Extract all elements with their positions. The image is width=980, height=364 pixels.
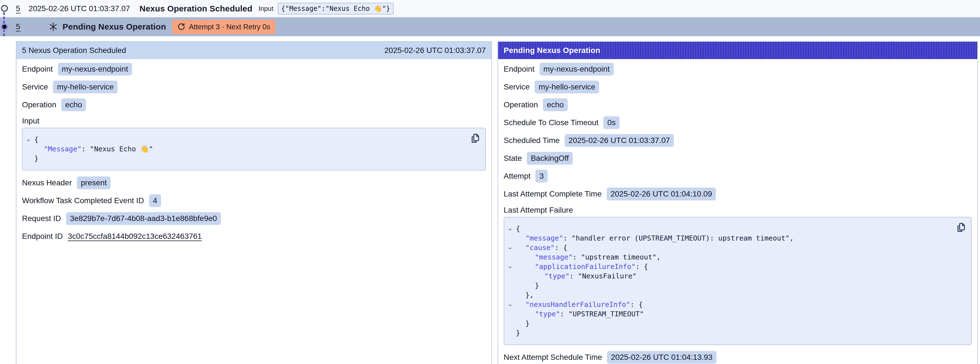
field-label: Service	[504, 83, 530, 91]
event-input-label: Input	[259, 5, 273, 13]
field-value-badge: BackingOff	[527, 152, 573, 165]
field-label: Schedule To Close Timeout	[504, 118, 598, 127]
json-line-text: "type": "UPSTREAM_TIMEOUT"	[516, 310, 644, 318]
field-label: Operation	[504, 101, 538, 109]
last-attempt-failure-label: Last Attempt Failure	[504, 203, 972, 217]
collapse-chevron-icon[interactable]: ⌄	[508, 299, 512, 309]
field-label: Attempt	[504, 172, 530, 180]
field-value-badge: 3	[535, 170, 548, 182]
field-group: Endpointmy-nexus-endpointServicemy-hello…	[22, 60, 486, 114]
history-row-nexus-operation-scheduled[interactable]: 5 2025-02-26 UTC 01:03:37.07 Nexus Opera…	[0, 0, 980, 17]
json-line: }	[516, 319, 951, 328]
field-value-badge: 2025-02-26 UTC 01:03:37.07	[565, 134, 674, 147]
json-line-text: "message": "handler error (UPSTREAM_TIME…	[516, 234, 794, 242]
json-line-text: {	[34, 136, 38, 144]
detail-field-row: Request ID3e829b7e-7d67-4b08-aad3-b1e868…	[22, 209, 486, 227]
detail-field-row: Operationecho	[22, 96, 486, 114]
collapse-chevron-icon[interactable]: ⌄	[508, 224, 512, 233]
copy-icon[interactable]	[470, 132, 481, 144]
json-line: "message": "handler error (UPSTREAM_TIME…	[516, 233, 951, 243]
field-value-badge: my-nexus-endpoint	[539, 63, 614, 75]
event-timestamp: 2025-02-26 UTC 01:03:37.07	[29, 4, 130, 13]
json-content: ⌄{"Message": "Nexus Echo 👋"}	[34, 135, 466, 163]
event-input-chip[interactable]: {"Message":"Nexus Echo 👋"}	[278, 3, 393, 14]
retry-icon	[177, 22, 186, 31]
collapse-chevron-icon[interactable]: ⌄	[26, 134, 31, 144]
field-value-badge: 3e829b7e-7d67-4b08-aad3-b1e868bfe9e0	[66, 212, 221, 225]
json-line: "type": "UPSTREAM_TIMEOUT"	[516, 310, 951, 319]
json-line-text: {	[516, 225, 520, 233]
field-value-badge: 0s	[603, 116, 619, 129]
copy-icon[interactable]	[956, 221, 967, 233]
field-group: Endpointmy-nexus-endpointServicemy-hello…	[504, 60, 972, 203]
field-label: State	[504, 154, 522, 163]
detail-field-row: Endpoint ID3c0c75ccfa8144b092c13ce632463…	[22, 227, 486, 245]
json-line-text: "message": "upstream timeout",	[516, 253, 661, 261]
field-label: Endpoint ID	[22, 232, 63, 241]
field-value-badge: my-hello-service	[535, 81, 599, 93]
detail-field-row: StateBackingOff	[504, 149, 972, 167]
detail-field-row: Nexus Headerpresent	[22, 174, 486, 192]
input-section-label: Input	[22, 114, 486, 128]
event-detail-panel-scheduled: 5 Nexus Operation Scheduled 2025-02-26 U…	[16, 41, 492, 364]
field-label: Service	[22, 83, 48, 91]
field-label: Nexus Header	[22, 178, 72, 187]
detail-field-row: Scheduled Time2025-02-26 UTC 01:03:37.07	[504, 132, 972, 149]
detail-field-row: Workflow Task Completed Event ID4	[22, 192, 486, 209]
detail-field-row: Schedule To Close Timeout0s	[504, 114, 972, 132]
field-value-badge: echo	[61, 98, 86, 111]
json-line-text: "nexusHandlerFailureInfo": {	[516, 300, 643, 308]
json-line-text: "applicationFailureInfo": {	[516, 263, 648, 271]
scheduled-panel-header: 5 Nexus Operation Scheduled 2025-02-26 U…	[16, 42, 492, 59]
failure-json-viewer: ⌄{"message": "handler error (UPSTREAM_TI…	[504, 217, 972, 345]
field-value-link[interactable]: 3c0c75ccfa8144b092c13ce632463761	[68, 232, 202, 241]
collapse-chevron-icon[interactable]: ⌄	[508, 262, 512, 271]
timeline-start-circle-icon	[1, 5, 8, 12]
field-group: Nexus HeaderpresentWorkflow Task Complet…	[22, 174, 486, 245]
json-line-text: }	[516, 281, 539, 290]
pending-operation-panel: Pending Nexus Operation Endpointmy-nexus…	[498, 41, 978, 364]
json-line: "message": "upstream timeout",	[516, 252, 951, 262]
event-id-link[interactable]: 5	[16, 22, 20, 31]
event-title: Nexus Operation Scheduled	[140, 4, 252, 13]
json-line-text: }	[34, 155, 38, 163]
detail-field-row: Attempt3	[504, 167, 972, 185]
panel-title: 5 Nexus Operation Scheduled	[22, 46, 126, 55]
collapse-chevron-icon[interactable]: ⌄	[508, 243, 512, 252]
field-label: Endpoint	[504, 65, 535, 73]
detail-field-row: Next Attempt Schedule Time2025-02-26 UTC…	[504, 348, 972, 364]
json-line: ⌄{	[34, 135, 466, 144]
history-row-pending-nexus-operation[interactable]: 5 Pending Nexus Operation Attempt 3 · Ne…	[0, 17, 980, 36]
detail-field-row: Last Attempt Complete Time2025-02-26 UTC…	[504, 185, 972, 203]
json-line-text: "cause": {	[516, 244, 568, 252]
attempt-retry-badge: Attempt 3 · Next Retry 0s	[172, 20, 275, 34]
event-id-link[interactable]: 5	[16, 4, 20, 13]
json-line: }	[516, 281, 951, 291]
field-value-badge: echo	[543, 98, 568, 111]
json-content: ⌄{"message": "handler error (UPSTREAM_TI…	[516, 224, 951, 338]
panel-timestamp: 2025-02-26 UTC 01:03:37.07	[384, 46, 486, 55]
detail-field-row: Operationecho	[504, 96, 972, 114]
field-value-badge: 2025-02-26 UTC 01:04:13.93	[607, 351, 716, 364]
json-line-text: "Message": "Nexus Echo 👋"	[34, 145, 153, 153]
pending-panel-header: Pending Nexus Operation	[498, 42, 977, 59]
json-line: "type": "NexusFailure"	[516, 271, 951, 281]
input-json-viewer: ⌄{"Message": "Nexus Echo 👋"}	[22, 128, 486, 171]
detail-field-row: Endpointmy-nexus-endpoint	[504, 60, 972, 78]
detail-field-row: Endpointmy-nexus-endpoint	[22, 60, 486, 78]
field-label: Scheduled Time	[504, 136, 560, 145]
json-line: }	[516, 328, 951, 338]
detail-field-row: Servicemy-hello-service	[504, 78, 972, 96]
field-value-badge: 2025-02-26 UTC 01:04:10.09	[607, 188, 716, 200]
field-value-badge: present	[77, 176, 111, 189]
field-label: Operation	[22, 101, 56, 109]
field-label: Last Attempt Complete Time	[504, 190, 602, 198]
event-title: Pending Nexus Operation	[63, 22, 166, 32]
panel-title: Pending Nexus Operation	[504, 46, 600, 55]
json-line-text: },	[516, 291, 534, 299]
field-label: Workflow Task Completed Event ID	[22, 196, 144, 205]
field-label: Next Attempt Schedule Time	[504, 353, 602, 362]
field-value-badge: my-nexus-endpoint	[58, 63, 132, 75]
json-line-text: }	[516, 319, 530, 327]
json-line: ⌄"applicationFailureInfo": {	[516, 262, 951, 271]
